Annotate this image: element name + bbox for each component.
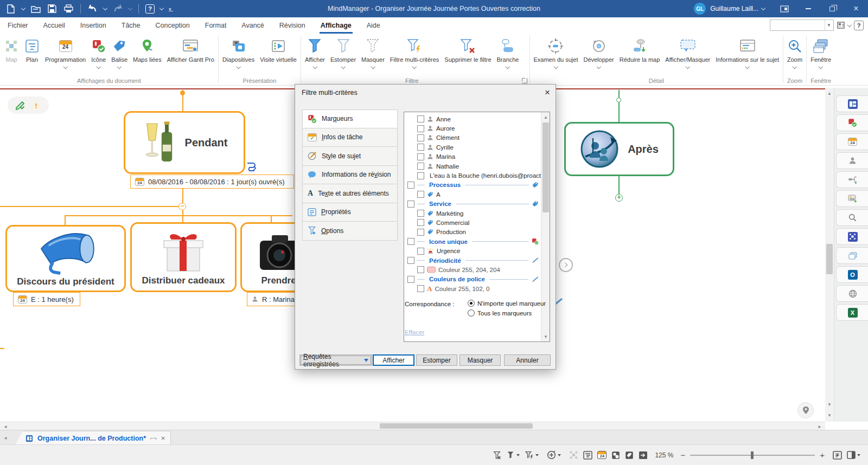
- checkbox[interactable]: [417, 115, 424, 122]
- clear-link[interactable]: Effacer: [405, 329, 424, 335]
- informations-sujet-button[interactable]: Informations sur le sujet: [713, 35, 782, 77]
- match-option-any[interactable]: N'importe quel marqueur: [468, 300, 546, 307]
- open-icon[interactable]: [30, 3, 41, 14]
- afficher-filter-button[interactable]: Afficher: [302, 35, 328, 77]
- list-item[interactable]: A: [404, 190, 541, 199]
- pane-tab-markers[interactable]: [836, 114, 868, 131]
- close-button[interactable]: ×: [844, 0, 868, 17]
- dialog-tab-style-sujet[interactable]: Style de sujet: [302, 147, 398, 166]
- undo-dropdown-icon[interactable]: [103, 5, 107, 10]
- list-group-couleurs-police[interactable]: Couleurs de police: [404, 275, 541, 284]
- icone-view-button[interactable]: Icône: [88, 35, 108, 77]
- masquer-button[interactable]: Masquer: [459, 354, 501, 366]
- outline-view-status-icon[interactable]: [583, 449, 592, 461]
- tab-revision[interactable]: Révision: [272, 17, 313, 34]
- list-item[interactable]: Nathalie: [404, 162, 541, 171]
- topic-apres[interactable]: Après: [564, 122, 674, 176]
- checkbox[interactable]: [417, 266, 424, 273]
- radio-any-marker[interactable]: [468, 300, 475, 307]
- map-view-button[interactable]: Map: [1, 35, 22, 77]
- topic-cadeaux[interactable]: Distribuer cadeaux: [130, 222, 237, 292]
- branche-filter-button[interactable]: Branche: [494, 35, 522, 77]
- match-option-all[interactable]: Tous les marqueurs: [468, 309, 532, 317]
- checkbox[interactable]: [417, 144, 424, 151]
- radio-all-markers[interactable]: [468, 309, 475, 317]
- task-info-discours[interactable]: 24 E : 1 heure(s): [13, 292, 80, 306]
- masquer-filter-button[interactable]: Masquer: [359, 35, 387, 77]
- tab-aide[interactable]: Aide: [359, 17, 388, 34]
- checkbox[interactable]: [417, 153, 424, 160]
- minimize-button[interactable]: [796, 0, 820, 17]
- list-item[interactable]: Cyrille: [404, 143, 541, 152]
- checkbox[interactable]: [407, 182, 414, 189]
- examen-du-sujet-button[interactable]: Examen du sujet: [531, 35, 581, 77]
- scroll-down-arrow[interactable]: ▼: [825, 400, 834, 409]
- undo-icon[interactable]: [87, 3, 98, 14]
- visite-virtuelle-button[interactable]: Visite virtuelle: [257, 35, 299, 77]
- list-item[interactable]: Couleur 255, 204, 204: [404, 265, 541, 274]
- estomper-filter-button[interactable]: Estomper: [328, 35, 359, 77]
- save-icon[interactable]: [47, 3, 58, 14]
- locate-map-button[interactable]: [797, 402, 814, 418]
- tab-insertion[interactable]: Insertion: [73, 17, 114, 34]
- list-item[interactable]: Markéting: [404, 209, 541, 218]
- gantt-pro-button[interactable]: Afficher Gantt Pro: [164, 35, 217, 77]
- plan-view-button[interactable]: Plan: [22, 35, 42, 77]
- checkbox[interactable]: [417, 248, 424, 255]
- filter-dropdown-icon[interactable]: [506, 449, 520, 461]
- document-tab[interactable]: Organiser Journ... de Production* ⌐¬ ×: [15, 431, 171, 445]
- float-tab-icon[interactable]: ⌐¬: [150, 435, 157, 441]
- filtre-multi-criteres-button[interactable]: Filtre multi-critères: [387, 35, 442, 77]
- list-scroll-down-arrow[interactable]: ▼: [541, 332, 550, 341]
- estomper-button[interactable]: Estomper: [416, 354, 457, 366]
- vertical-scroll-thumb[interactable]: [826, 244, 833, 274]
- checkbox[interactable]: [417, 172, 424, 179]
- checkbox[interactable]: [417, 210, 424, 217]
- checkbox[interactable]: [407, 276, 414, 283]
- horizontal-scroll-thumb[interactable]: [380, 423, 533, 429]
- checkbox[interactable]: [417, 125, 424, 132]
- zoom-slider-thumb[interactable]: [751, 451, 754, 459]
- tag-view-status-icon[interactable]: [625, 449, 634, 461]
- redo-dropdown-icon[interactable]: [128, 5, 132, 10]
- tab-fichier[interactable]: Fichier: [0, 17, 36, 34]
- tab-scroll-left-arrow[interactable]: ◄: [1, 434, 10, 442]
- list-item[interactable]: Anne: [404, 114, 541, 124]
- tab-format[interactable]: Format: [197, 17, 234, 34]
- dialog-tab-texte[interactable]: A Texte et autres éléments: [302, 184, 398, 203]
- list-item[interactable]: Clément: [404, 133, 541, 143]
- fenetre-button[interactable]: Fenêtre: [808, 35, 834, 77]
- dialog-tab-infos-tache[interactable]: ✓ Infos de tâche: [302, 128, 398, 147]
- zoom-in-button[interactable]: +: [820, 450, 825, 460]
- list-item[interactable]: L'eau à la Bouche (henri.dubois@proactif: [404, 171, 541, 180]
- tab-accueil[interactable]: Accueil: [36, 17, 73, 34]
- switch-windows-button[interactable]: [773, 0, 796, 17]
- filter-dialog-launcher-icon[interactable]: [522, 78, 527, 83]
- programmation-button[interactable]: 24 Programmation: [42, 35, 88, 77]
- list-group-processus[interactable]: Processus: [404, 180, 541, 190]
- dialog-tab-infos-revision[interactable]: Informations de révision: [302, 166, 398, 185]
- supprimer-filtre-button[interactable]: Supprimer le filtre: [442, 35, 494, 77]
- zoom-out-button[interactable]: −: [680, 450, 685, 460]
- pane-tab-search[interactable]: [836, 209, 868, 226]
- expand-boundary-button[interactable]: [559, 258, 573, 272]
- fit-map-status-icon[interactable]: [833, 449, 842, 461]
- restore-button[interactable]: [820, 0, 844, 17]
- new-document-dropdown-icon[interactable]: [21, 5, 25, 10]
- list-item[interactable]: Aurore: [404, 124, 541, 133]
- ribbon-help-button[interactable]: ?: [854, 21, 864, 30]
- expand-node-button[interactable]: +: [615, 194, 623, 202]
- tab-conception[interactable]: Conception: [148, 17, 197, 34]
- user-name[interactable]: Guillaume Laill...: [710, 5, 758, 12]
- export-view-status-icon[interactable]: [639, 449, 648, 461]
- afficher-masquer-button[interactable]: Afficher/Masquer: [662, 35, 713, 77]
- checkbox[interactable]: [407, 257, 414, 264]
- autohide-dropdown-icon[interactable]: [547, 449, 561, 461]
- list-item[interactable]: Marina: [404, 152, 541, 162]
- zoom-slider[interactable]: [690, 451, 815, 459]
- pane-tab-resources[interactable]: [836, 152, 868, 169]
- pane-tab-web[interactable]: [836, 285, 868, 302]
- map-view-status-icon[interactable]: [569, 449, 578, 461]
- list-item[interactable]: Commercial: [404, 218, 541, 227]
- scroll-up-arrow[interactable]: ▲: [825, 89, 834, 98]
